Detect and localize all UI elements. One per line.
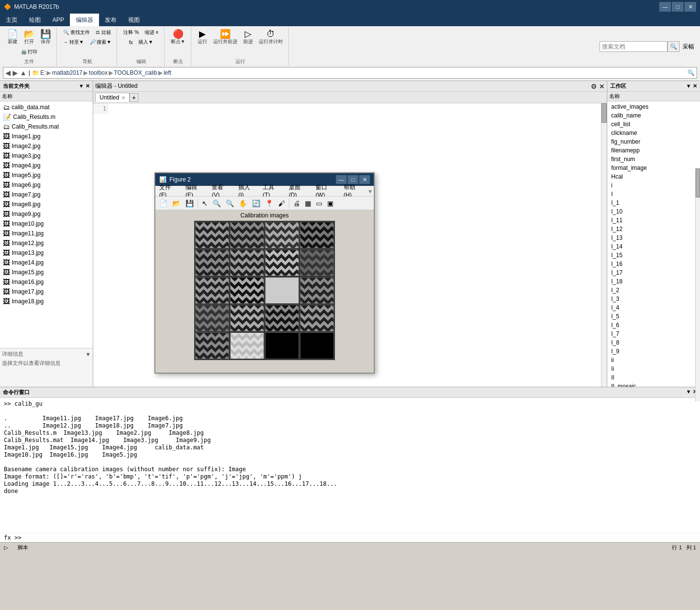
- file-item-image11[interactable]: 🖼 Image11.jpg: [1, 229, 92, 238]
- menu-plot[interactable]: 绘图: [23, 14, 47, 26]
- command-input[interactable]: [23, 534, 696, 541]
- file-item-image14[interactable]: 🖼 Image14.jpg: [1, 258, 92, 267]
- ws-I[interactable]: I: [608, 190, 699, 198]
- file-item-image4[interactable]: 🖼 Image4.jpg: [1, 161, 92, 170]
- fig-new-button[interactable]: 📄: [157, 198, 169, 208]
- ws-II-mosaic[interactable]: II_mosaic: [608, 382, 699, 387]
- print-button[interactable]: 🖨️ 打印: [18, 48, 40, 56]
- menu-home[interactable]: 主页: [0, 14, 23, 26]
- search-docs-input[interactable]: [600, 41, 667, 52]
- ws-calib-name[interactable]: calib_name: [608, 111, 699, 120]
- editor-settings-icon[interactable]: ⚙: [591, 82, 597, 90]
- path-part-left[interactable]: left: [164, 69, 171, 76]
- fig-menu-more[interactable]: ▾: [367, 187, 374, 195]
- fig-legend-button[interactable]: ▭: [314, 198, 324, 208]
- run-button[interactable]: ▶ 运行: [195, 28, 210, 47]
- file-item-image10[interactable]: 🖼 Image10.jpg: [1, 219, 92, 229]
- ws-I14[interactable]: I_14: [608, 242, 699, 251]
- file-item-image17[interactable]: 🖼 Image17.jpg: [1, 287, 92, 297]
- editor-tab-untitled[interactable]: Untitled ✕: [95, 93, 130, 102]
- close-button[interactable]: ✕: [684, 2, 696, 12]
- find-files-button[interactable]: 🔍 查找文件: [61, 28, 92, 37]
- path-part-calib[interactable]: TOOLBOX_calib: [114, 69, 157, 76]
- path-part-e[interactable]: E:: [40, 69, 46, 76]
- file-item-calib-data[interactable]: 🗂 calib_data.mat: [1, 102, 92, 112]
- path-part-toolbox[interactable]: toolbox: [89, 69, 108, 76]
- fig-pan-button[interactable]: ✋: [237, 198, 249, 208]
- breakpoint-button[interactable]: 🔴 断点▼: [168, 28, 188, 47]
- ws-clickname[interactable]: clickname: [608, 129, 699, 137]
- file-item-image6[interactable]: 🖼 Image6.jpg: [1, 180, 92, 190]
- search-button[interactable]: 🔎 搜索▼: [87, 38, 114, 47]
- ws-I4[interactable]: I_4: [608, 303, 699, 312]
- detail-expand[interactable]: ▼: [85, 351, 91, 357]
- ws-II[interactable]: II: [608, 373, 699, 382]
- fig-rotate-button[interactable]: 🔄: [250, 198, 262, 208]
- file-item-image2[interactable]: 🖼 Image2.jpg: [1, 141, 92, 151]
- ws-I3[interactable]: I_3: [608, 295, 699, 303]
- editor-close-icon[interactable]: ✕: [599, 82, 605, 90]
- run-advance-button[interactable]: ⏩ 运行并前进: [211, 28, 240, 47]
- ws-Ii[interactable]: Ii: [608, 364, 699, 373]
- ws-I17[interactable]: I_17: [608, 268, 699, 277]
- comment-button[interactable]: 注释 %: [121, 28, 141, 37]
- address-search-button[interactable]: 🔍: [687, 69, 695, 76]
- menu-view[interactable]: 视图: [122, 14, 146, 26]
- save-button[interactable]: 💾 保存: [38, 28, 53, 47]
- ws-I5[interactable]: I_5: [608, 312, 699, 321]
- ws-I7[interactable]: I_7: [608, 330, 699, 338]
- ws-ii[interactable]: ii: [608, 356, 699, 364]
- new-tab-button[interactable]: +: [130, 93, 138, 102]
- fig-print-button[interactable]: 🖨: [291, 198, 302, 208]
- fig-property-button[interactable]: ▣: [325, 198, 335, 208]
- ws-I11[interactable]: I_11: [608, 216, 699, 225]
- ws-I8[interactable]: I_8: [608, 338, 699, 347]
- ws-I18[interactable]: I_18: [608, 277, 699, 286]
- search-docs-button[interactable]: 🔍: [667, 41, 680, 52]
- menu-app[interactable]: APP: [47, 14, 70, 26]
- format-button[interactable]: fx: [127, 39, 135, 46]
- ws-I16[interactable]: I_16: [608, 260, 699, 268]
- ws-cell-list[interactable]: cell_list: [608, 120, 699, 129]
- ws-hcal[interactable]: Hcal: [608, 172, 699, 181]
- ws-filenamepp[interactable]: filenamepp: [608, 146, 699, 155]
- menu-editor[interactable]: 编辑器: [70, 14, 99, 26]
- file-item-calib-results-mat[interactable]: 🗂 Calib_Results.mat: [1, 122, 92, 132]
- goto-button[interactable]: → 转至▼: [61, 38, 86, 47]
- ws-active-images[interactable]: active_images: [608, 102, 699, 111]
- ws-format-image[interactable]: format_image: [608, 164, 699, 172]
- minimize-button[interactable]: —: [659, 2, 671, 12]
- fig-zoom-out-button[interactable]: 🔍: [224, 198, 236, 208]
- new-button[interactable]: 📄 新建: [5, 28, 20, 47]
- up-button[interactable]: ▲: [20, 69, 27, 77]
- fig-zoom-in-button[interactable]: 🔍: [211, 198, 223, 208]
- file-item-image16[interactable]: 🖼 Image16.jpg: [1, 277, 92, 287]
- file-item-image12[interactable]: 🖼 Image12.jpg: [1, 238, 92, 248]
- file-item-calib-results-m[interactable]: 📝 Calib_Results.m: [1, 112, 92, 122]
- file-item-image13[interactable]: 🖼 Image13.jpg: [1, 248, 92, 258]
- fig-colorbar-button[interactable]: ▦: [303, 198, 313, 208]
- ws-I6[interactable]: I_6: [608, 321, 699, 330]
- editor-scroll-thumb[interactable]: [601, 103, 607, 123]
- path-part-matlab[interactable]: matlab2017: [52, 69, 83, 76]
- advance-button[interactable]: ▷ 前进: [241, 28, 255, 47]
- ws-I12[interactable]: I_12: [608, 225, 699, 233]
- ws-I9[interactable]: I_9: [608, 347, 699, 356]
- file-item-image15[interactable]: 🖼 Image15.jpg: [1, 267, 92, 277]
- indent-button[interactable]: 缩进 ≡: [142, 28, 161, 37]
- insert-button[interactable]: 插入▼: [136, 38, 155, 47]
- file-item-image9[interactable]: 🖼 Image9.jpg: [1, 209, 92, 219]
- fig-data-cursor-button[interactable]: 📍: [263, 198, 275, 208]
- back-button[interactable]: ◀: [5, 69, 11, 77]
- file-item-image7[interactable]: 🖼 Image7.jpg: [1, 190, 92, 199]
- ws-fig-number[interactable]: fig_number: [608, 137, 699, 146]
- fig-open-button[interactable]: 📂: [170, 198, 183, 208]
- file-item-image1[interactable]: 🖼 Image1.jpg: [1, 132, 92, 141]
- file-item-image5[interactable]: 🖼 Image5.jpg: [1, 170, 92, 180]
- tab-close-button[interactable]: ✕: [121, 95, 125, 100]
- file-item-image8[interactable]: 🖼 Image8.jpg: [1, 199, 92, 209]
- ws-I13[interactable]: I_13: [608, 233, 699, 242]
- compare-button[interactable]: ⚖ 比较: [93, 28, 114, 37]
- ws-I2[interactable]: I_2: [608, 286, 699, 295]
- fig-brush-button[interactable]: 🖌: [276, 198, 287, 208]
